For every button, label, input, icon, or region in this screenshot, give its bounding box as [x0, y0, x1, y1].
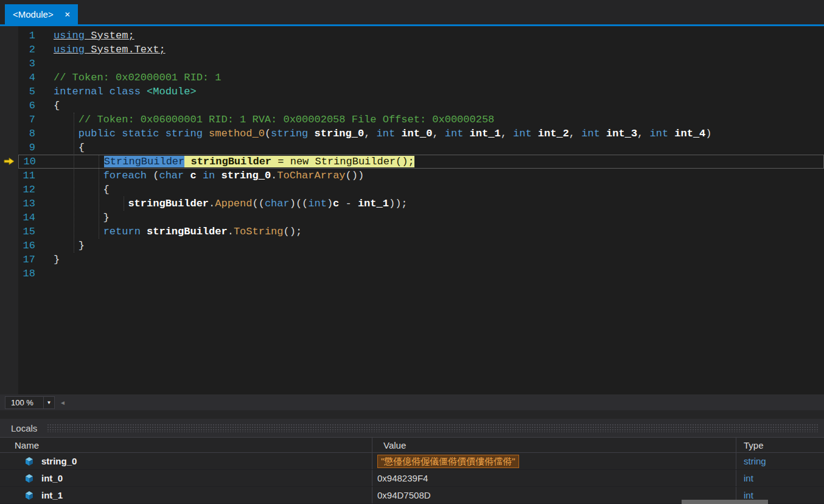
code-text: { — [54, 100, 60, 111]
editor-hscrollbar[interactable]: ◄ — [55, 394, 824, 410]
locals-name-cell: int_0 — [0, 470, 372, 486]
code-line[interactable]: 8 public static string smethod_0(string … — [18, 127, 824, 141]
code-line[interactable]: 5internal class <Module> — [18, 85, 824, 99]
line-number: 6 — [18, 99, 54, 113]
line-number: 15 — [18, 225, 54, 239]
line-number: 17 — [18, 253, 54, 267]
locals-row[interactable]: string_0"懲儓億偫偓儀僵偫價價僂偫儅偫"string — [0, 453, 824, 470]
code-editor: 1using System;2using System.Text;34// To… — [0, 26, 824, 394]
variable-name: int_0 — [41, 473, 63, 483]
line-number: 9 — [18, 141, 54, 155]
code-line[interactable]: 6{ — [18, 99, 824, 113]
locals-name-cell: int_1 — [0, 487, 372, 503]
code-text: stringBuilder.Append((char)((int)c - int… — [54, 198, 408, 209]
line-number: 11 — [18, 169, 54, 183]
chevron-down-icon[interactable]: ▼ — [43, 397, 54, 408]
code-line[interactable]: 16 } — [18, 239, 824, 253]
tab-strip: <Module> ✕ — [0, 0, 824, 24]
line-number: 7 — [18, 113, 54, 127]
code-text: foreach (char c in string_0.ToCharArray(… — [54, 170, 364, 181]
locals-panel: Locals NameValueType string_0"懲儓億偫偓儀僵偫價價… — [0, 419, 824, 504]
variable-value: 0x948239F4 — [377, 473, 428, 483]
panel-splitter[interactable] — [0, 410, 824, 419]
tab-module[interactable]: <Module> ✕ — [5, 4, 78, 24]
line-number: 14 — [18, 211, 54, 225]
line-number: 1 — [18, 29, 54, 43]
variable-type: string — [744, 456, 766, 466]
code-text: // Token: 0x06000001 RID: 1 RVA: 0x00002… — [54, 114, 494, 125]
code-line[interactable]: 3 — [18, 57, 824, 71]
line-number: 18 — [18, 267, 54, 281]
variable-name: string_0 — [41, 456, 77, 466]
glyph-margin[interactable] — [0, 26, 18, 394]
variable-type: int — [744, 490, 753, 500]
line-number: 8 — [18, 127, 54, 141]
line-number: 16 — [18, 239, 54, 253]
locals-title-bar: Locals — [0, 419, 824, 437]
code-text: internal class <Module> — [54, 86, 197, 97]
locals-grid-header: NameValueType — [0, 437, 824, 453]
line-number: 3 — [18, 57, 54, 71]
code-text: StringBuilder stringBuilder = new String… — [54, 156, 414, 167]
code-text: } — [54, 212, 110, 223]
scroll-left-icon[interactable]: ◄ — [60, 399, 66, 406]
code-line[interactable]: 12 { — [18, 183, 824, 197]
locals-hscrollbar-thumb[interactable] — [682, 500, 768, 504]
tab-title: <Module> — [13, 9, 54, 19]
code-text: { — [54, 142, 85, 153]
window: <Module> ✕ 1using System;2using System.T… — [0, 0, 824, 504]
code-text: public static string smethod_0(string st… — [54, 128, 712, 139]
line-number: 4 — [18, 71, 54, 85]
title-grip-dots[interactable] — [47, 424, 819, 432]
code-text: return stringBuilder.ToString(); — [54, 226, 302, 237]
locals-value-cell: 0x948239F4 — [372, 470, 736, 486]
line-number: 2 — [18, 43, 54, 57]
locals-row[interactable]: int_00x948239F4int — [0, 470, 824, 487]
field-icon — [24, 474, 34, 483]
code-line[interactable]: 14 } — [18, 211, 824, 225]
variable-type: int — [744, 473, 753, 483]
current-statement-arrow-icon — [3, 157, 16, 167]
close-icon[interactable]: ✕ — [65, 10, 71, 19]
variable-value: 0x94D7508D — [377, 490, 431, 500]
code-line[interactable]: 1using System; — [18, 29, 824, 43]
code-line[interactable]: 10 StringBuilder stringBuilder = new Str… — [18, 155, 824, 169]
code-text: } — [54, 254, 60, 265]
locals-rows: string_0"懲儓億偫偓儀僵偫價價僂偫儅偫"stringint_00x948… — [0, 453, 824, 504]
line-number: 10 — [19, 155, 54, 168]
code-line[interactable]: 15 return stringBuilder.ToString(); — [18, 225, 824, 239]
editor-bottom-bar: 100 % ▼ ◄ — [0, 394, 824, 410]
code-text: // Token: 0x02000001 RID: 1 — [54, 72, 221, 83]
code-line[interactable]: 4// Token: 0x02000001 RID: 1 — [18, 71, 824, 85]
locals-type-cell: int — [736, 470, 824, 486]
line-number: 12 — [18, 183, 54, 197]
variable-value-highlighted: "懲儓億偫偓儀僵偫價價僂偫儅偫" — [377, 455, 519, 468]
code-line[interactable]: 9 { — [18, 141, 824, 155]
column-header-value[interactable]: Value — [372, 438, 736, 452]
locals-value-cell: "懲儓億偫偓儀僵偫價價僂偫儅偫" — [372, 453, 736, 469]
locals-name-cell: string_0 — [0, 453, 372, 469]
zoom-combo[interactable]: 100 % ▼ — [5, 396, 55, 409]
line-number: 13 — [18, 197, 54, 211]
line-number: 5 — [18, 85, 54, 99]
locals-panel-title: Locals — [11, 423, 37, 433]
code-text: using System; — [54, 30, 134, 41]
column-header-name[interactable]: Name — [0, 438, 372, 452]
variable-name: int_1 — [41, 490, 63, 500]
code-text: { — [54, 184, 110, 195]
code-line[interactable]: 18 — [18, 267, 824, 281]
column-header-type[interactable]: Type — [736, 438, 824, 452]
field-icon — [24, 457, 34, 466]
code-text: using System.Text; — [54, 44, 166, 55]
field-icon — [24, 491, 34, 500]
code-text: } — [54, 240, 85, 251]
code-line[interactable]: 13 stringBuilder.Append((char)((int)c - … — [18, 197, 824, 211]
code-line[interactable]: 7 // Token: 0x06000001 RID: 1 RVA: 0x000… — [18, 113, 824, 127]
locals-type-cell: string — [736, 453, 824, 469]
code-line[interactable]: 2using System.Text; — [18, 43, 824, 57]
code-line[interactable]: 11 foreach (char c in string_0.ToCharArr… — [18, 169, 824, 183]
code-line[interactable]: 17} — [18, 253, 824, 267]
code-lines: 1using System;2using System.Text;34// To… — [18, 26, 824, 281]
zoom-value: 100 % — [5, 397, 43, 408]
